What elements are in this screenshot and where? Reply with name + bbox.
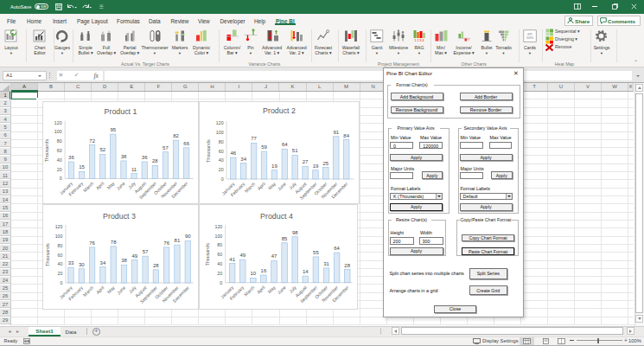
svg-text:91: 91 [333, 130, 339, 135]
svg-text:41: 41 [229, 257, 235, 262]
svg-text:46: 46 [230, 151, 236, 156]
svg-text:49: 49 [131, 253, 137, 259]
svg-text:March: March [82, 285, 95, 298]
svg-text:28: 28 [152, 158, 158, 163]
svg-text:64: 64 [282, 142, 288, 147]
svg-text:38: 38 [121, 258, 127, 263]
svg-text:Product 3: Product 3 [103, 212, 136, 221]
svg-text:June: June [115, 181, 125, 191]
svg-text:60: 60 [57, 148, 62, 153]
svg-text:20: 20 [217, 271, 222, 276]
svg-text:80: 80 [219, 139, 224, 144]
svg-text:120: 120 [216, 120, 224, 125]
svg-text:72: 72 [89, 138, 95, 144]
svg-text:51: 51 [292, 148, 298, 153]
svg-text:34: 34 [100, 260, 106, 266]
svg-text:March: March [243, 285, 256, 298]
svg-text:90: 90 [185, 234, 191, 239]
svg-text:20: 20 [58, 271, 63, 276]
svg-text:34: 34 [240, 157, 246, 162]
svg-text:100: 100 [54, 129, 62, 134]
svg-text:20: 20 [57, 167, 62, 172]
svg-text:April: April [95, 181, 105, 191]
svg-text:66: 66 [183, 141, 189, 146]
svg-text:98: 98 [292, 230, 298, 235]
svg-text:Thousands: Thousands [45, 243, 50, 266]
svg-text:33: 33 [68, 260, 74, 266]
svg-text:36: 36 [142, 155, 148, 160]
svg-text:52: 52 [99, 147, 105, 152]
svg-text:Product 1: Product 1 [105, 107, 137, 116]
svg-text:0: 0 [61, 280, 63, 285]
svg-text:60: 60 [219, 149, 224, 154]
svg-text:100: 100 [216, 130, 224, 135]
svg-text:82: 82 [173, 133, 179, 138]
svg-text:0: 0 [221, 176, 224, 182]
svg-text:28: 28 [153, 263, 159, 268]
svg-text:57: 57 [143, 249, 149, 254]
svg-text:June: June [116, 285, 126, 295]
svg-text:40: 40 [58, 261, 63, 266]
svg-text:80: 80 [217, 242, 222, 247]
svg-text:April: April [257, 181, 267, 191]
svg-text:85: 85 [282, 236, 288, 241]
svg-text:May: May [267, 181, 277, 190]
svg-text:25: 25 [323, 161, 329, 166]
svg-text:64: 64 [334, 246, 340, 251]
svg-text:0: 0 [60, 176, 62, 181]
svg-text:15: 15 [79, 164, 85, 170]
svg-text:60: 60 [217, 252, 222, 257]
svg-text:55: 55 [313, 250, 319, 255]
svg-text:57: 57 [163, 145, 169, 151]
svg-text:10: 10 [250, 271, 256, 276]
svg-text:28: 28 [344, 263, 350, 268]
svg-text:84: 84 [343, 133, 349, 138]
svg-text:30: 30 [79, 262, 85, 267]
svg-text:60: 60 [58, 253, 63, 258]
svg-text:120: 120 [54, 120, 62, 125]
svg-text:40: 40 [219, 157, 224, 163]
svg-text:March: March [244, 181, 257, 194]
svg-text:Thousands: Thousands [206, 139, 211, 163]
svg-text:May: May [105, 181, 115, 190]
svg-text:95: 95 [111, 127, 117, 132]
svg-text:40: 40 [217, 261, 222, 266]
svg-text:1 2 3 4: 1 2 3 4 [415, 39, 424, 42]
svg-text:May: May [106, 285, 116, 294]
svg-text:Product 4: Product 4 [260, 212, 293, 221]
svg-text:19: 19 [313, 163, 319, 169]
svg-text:36: 36 [68, 155, 74, 160]
svg-text:100: 100 [55, 234, 63, 239]
svg-text:27: 27 [303, 159, 309, 164]
svg-text:14: 14 [303, 269, 309, 274]
svg-text:47: 47 [271, 253, 277, 259]
svg-text:78: 78 [111, 240, 117, 245]
svg-text:Product 2: Product 2 [263, 106, 296, 115]
svg-text:40: 40 [57, 157, 62, 163]
svg-text:100%: 100% [526, 36, 534, 40]
svg-text:76: 76 [163, 240, 169, 246]
svg-text:May: May [267, 285, 277, 294]
svg-text:April: April [95, 285, 105, 295]
svg-text:March: March [82, 181, 95, 194]
svg-text:June: June [277, 181, 287, 191]
svg-text:80: 80 [58, 243, 63, 248]
svg-text:120: 120 [214, 224, 222, 229]
svg-text:0: 0 [220, 280, 222, 285]
svg-text:Thousands: Thousands [44, 139, 49, 163]
svg-text:11: 11 [131, 167, 137, 172]
svg-text:59: 59 [261, 144, 267, 150]
svg-text:80: 80 [57, 138, 62, 144]
svg-text:June: June [277, 285, 287, 295]
svg-text:100: 100 [214, 234, 222, 239]
svg-text:38: 38 [121, 154, 127, 159]
svg-text:Thousands: Thousands [205, 243, 210, 266]
svg-text:31: 31 [323, 261, 329, 266]
svg-text:81: 81 [175, 238, 181, 243]
svg-text:KPI: KPI [527, 32, 532, 35]
svg-text:49: 49 [239, 253, 245, 258]
svg-text:76: 76 [89, 240, 95, 246]
svg-text:120: 120 [55, 224, 63, 229]
svg-text:77: 77 [251, 136, 257, 141]
svg-text:16: 16 [261, 268, 267, 273]
